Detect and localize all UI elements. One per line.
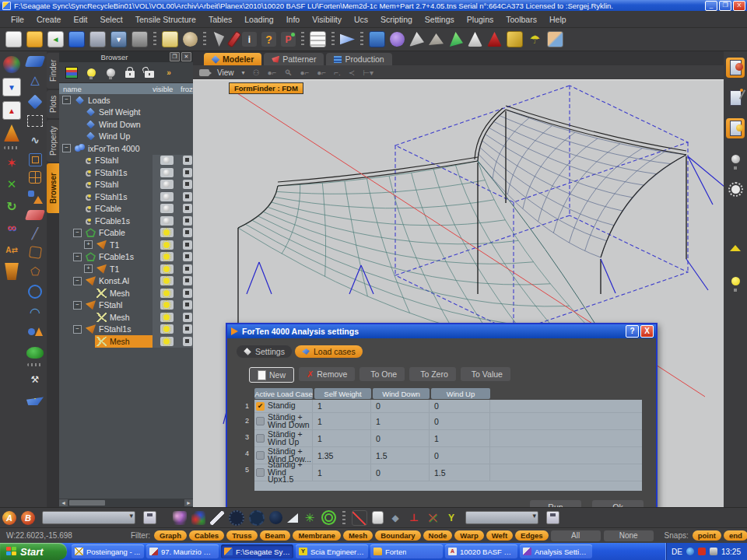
- panel-close-icon[interactable]: ✕: [181, 52, 191, 61]
- spline-icon[interactable]: [26, 131, 44, 149]
- visibility-toggle[interactable]: [153, 107, 181, 119]
- cone-tool-icon[interactable]: [3, 124, 20, 142]
- visibility-toggle[interactable]: [153, 324, 181, 336]
- tree-row[interactable]: Mesh: [59, 335, 193, 348]
- filter-chip[interactable]: Membrane: [293, 530, 341, 541]
- frozen-toggle[interactable]: [181, 107, 193, 119]
- tab-settings[interactable]: Settings: [237, 345, 292, 358]
- column-frozen[interactable]: froze: [181, 85, 193, 93]
- header-wind-down[interactable]: Wind Down: [373, 388, 430, 399]
- visibility-toggle[interactable]: [153, 287, 181, 299]
- tree-row[interactable]: FStahl1s: [59, 191, 193, 203]
- frozen-toggle[interactable]: [181, 324, 193, 336]
- filter-chip[interactable]: Mesh: [343, 530, 373, 541]
- panel-tab[interactable]: Finder: [47, 53, 59, 89]
- separator[interactable]: [203, 32, 206, 47]
- separator[interactable]: [4, 146, 19, 149]
- filter-none-button[interactable]: None: [604, 530, 654, 541]
- tree-scrollbar[interactable]: ◄ ►: [59, 499, 193, 507]
- triangle-ruler-icon[interactable]: [287, 513, 298, 523]
- visibility-toggle[interactable]: [153, 335, 181, 348]
- wind-up-value[interactable]: 0: [430, 447, 490, 464]
- orbit-icon[interactable]: ●⌐: [267, 68, 276, 77]
- dialog-title-bar[interactable]: ForTen 4000 Analysis settings ? X: [227, 324, 656, 338]
- cage-icon[interactable]: [29, 153, 42, 166]
- to-value-button[interactable]: To Value: [461, 367, 510, 381]
- taskbar-task[interactable]: Posteingang - ...: [72, 544, 144, 558]
- menu-item[interactable]: Toolbars: [500, 13, 543, 26]
- save-icon[interactable]: [68, 31, 85, 47]
- column-name[interactable]: name: [59, 85, 153, 93]
- taskbar-task[interactable]: 10020 BASF LU...: [445, 544, 517, 558]
- frozen-toggle[interactable]: [181, 131, 193, 143]
- window-down-icon[interactable]: [2, 78, 21, 96]
- axis-y-icon[interactable]: [444, 511, 458, 525]
- ok-button[interactable]: Ok: [592, 500, 644, 507]
- export-icon[interactable]: [110, 31, 127, 47]
- filter-chip[interactable]: Weft: [486, 530, 513, 541]
- tree-row[interactable]: − Konst.Al: [59, 275, 193, 288]
- terrain-icon[interactable]: [547, 31, 563, 47]
- tree-row[interactable]: FCable1s: [59, 215, 193, 227]
- visibility-toggle[interactable]: [153, 155, 181, 167]
- tree-row[interactable]: Self Weight: [59, 107, 193, 119]
- shaded-view-button[interactable]: [726, 118, 745, 138]
- header-self-weight[interactable]: Self Weight: [314, 388, 371, 399]
- tree-row[interactable]: Wind Up: [59, 131, 193, 143]
- spiky-ball-icon[interactable]: [229, 510, 244, 526]
- to-zero-button[interactable]: To Zero: [409, 367, 456, 381]
- edge-nodes-icon[interactable]: [26, 225, 44, 242]
- separator[interactable]: [153, 32, 156, 47]
- tent-red-icon[interactable]: [487, 32, 502, 47]
- tree-expander[interactable]: −: [73, 277, 82, 285]
- frozen-toggle[interactable]: [181, 203, 193, 215]
- tent-white-icon[interactable]: [468, 32, 482, 47]
- material-icon[interactable]: [183, 32, 198, 47]
- tree-row[interactable]: − FStahl: [59, 299, 193, 312]
- visibility-toggle[interactable]: [153, 191, 181, 203]
- tree-expander[interactable]: +: [84, 264, 93, 273]
- ucs-combo[interactable]: [465, 511, 538, 524]
- filter-chip[interactable]: Beam: [260, 530, 291, 541]
- close-button[interactable]: X: [733, 1, 745, 11]
- menu-item[interactable]: Tensile Structure: [129, 13, 202, 26]
- visibility-toggle[interactable]: [153, 179, 181, 191]
- measure-icon[interactable]: ⊢▾: [363, 68, 374, 77]
- menu-item[interactable]: Edit: [67, 13, 93, 26]
- target-icon[interactable]: [321, 510, 336, 525]
- tree-row[interactable]: FStahl1s: [59, 166, 193, 179]
- library-icon[interactable]: [310, 31, 326, 47]
- frozen-toggle[interactable]: [181, 142, 193, 155]
- scroll-right-icon[interactable]: ►: [184, 499, 193, 506]
- axis-red-icon[interactable]: [407, 511, 421, 525]
- frozen-toggle[interactable]: [181, 166, 193, 179]
- tree-row[interactable]: Wind Down: [59, 118, 193, 131]
- to-one-button[interactable]: To One: [359, 367, 405, 381]
- plate-red-icon[interactable]: [25, 210, 45, 220]
- frozen-toggle[interactable]: [181, 155, 193, 167]
- menu-item[interactable]: File: [5, 13, 30, 26]
- wind-up-value[interactable]: 1.5: [430, 464, 490, 481]
- sunburst-icon[interactable]: [303, 511, 317, 525]
- previous-view-icon[interactable]: ≺: [349, 68, 355, 77]
- tree-expander[interactable]: +: [84, 240, 93, 249]
- tray-icon-grey[interactable]: [710, 548, 717, 555]
- tree-row[interactable]: FCable: [59, 203, 193, 215]
- drafting-icon[interactable]: [212, 32, 226, 47]
- camera-icon[interactable]: [199, 69, 209, 76]
- grid-nodes-icon[interactable]: [29, 171, 41, 184]
- remove-button[interactable]: Remove: [299, 367, 355, 381]
- visibility-toggle[interactable]: [153, 299, 181, 312]
- active-checkbox[interactable]: [256, 402, 265, 411]
- run-button[interactable]: Run: [530, 500, 581, 507]
- save-ucs-icon[interactable]: [546, 511, 559, 524]
- self-weight-value[interactable]: 1: [313, 400, 371, 412]
- filter-chip[interactable]: Cables: [189, 530, 224, 541]
- visibility-toggle[interactable]: [153, 203, 181, 215]
- visibility-toggle[interactable]: [153, 275, 181, 288]
- visibility-toggle[interactable]: [153, 227, 181, 240]
- filter-chip[interactable]: Warp: [454, 530, 483, 541]
- sun-light-icon[interactable]: [726, 179, 745, 199]
- taskbar-task[interactable]: Analysis Setting...: [520, 544, 592, 558]
- tree-row[interactable]: − FStahl1s: [59, 324, 193, 336]
